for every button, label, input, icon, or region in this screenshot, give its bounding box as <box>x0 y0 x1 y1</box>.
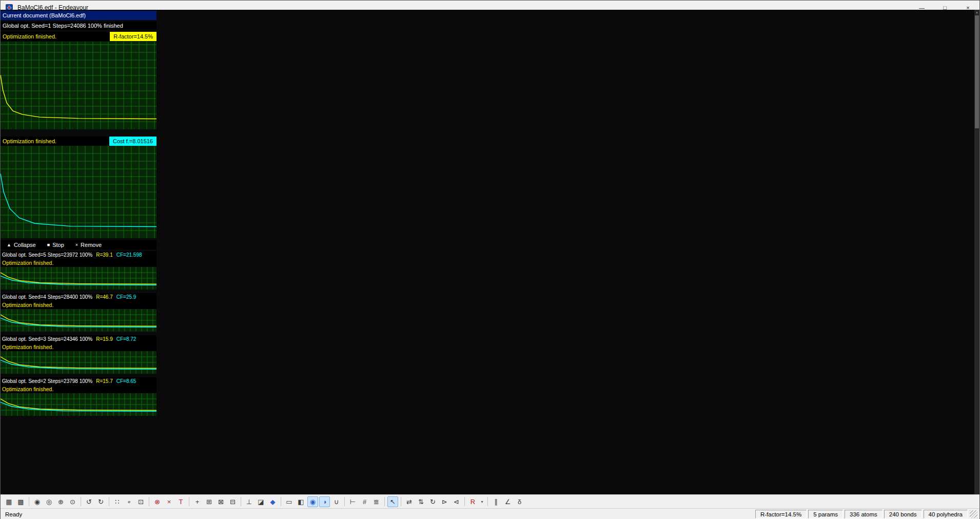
rotate-x-icon[interactable]: ⇄ <box>404 496 415 507</box>
toolbar-separator <box>29 497 29 506</box>
toolbar-separator <box>384 497 385 506</box>
r-factor-badge: R-factor=14.5% <box>110 32 156 41</box>
progress-panel-body: Current document (BaMoCl6.edf)Global opt… <box>1 10 979 518</box>
status-ready-text: Ready <box>3 511 22 517</box>
grid-toggle-icon[interactable]: # <box>359 496 370 507</box>
reduce-view-icon[interactable]: ⊟ <box>227 496 238 507</box>
job-r-value: R=15.9 <box>96 335 113 343</box>
measure-torsion-icon[interactable]: δ <box>514 496 525 507</box>
orbit-mode-icon[interactable]: ◎ <box>44 496 54 507</box>
progress-scrollbar[interactable]: ▲▼ <box>974 10 979 518</box>
current-document-bar: Current document (BaMoCl6.edf) <box>1 11 156 20</box>
progress-buttons-row: ▲Collapse■Stop×Remove <box>1 240 156 249</box>
job-cf-value: CF=8.65 <box>116 377 136 386</box>
cost-function-badge: Cost f.=8.01516 <box>109 137 156 146</box>
job-status-text: Optimization finished. <box>1 259 156 267</box>
stop-icon: ■ <box>47 242 50 247</box>
job-r-value: R=39.1 <box>96 251 113 259</box>
depth-cue-icon[interactable]: ◆ <box>267 496 278 507</box>
toolbar-separator <box>81 497 81 506</box>
status-segment: R-factor=14.5% <box>755 510 807 518</box>
toolbar-separator <box>344 497 345 506</box>
r-factor-progress-chart <box>1 42 156 129</box>
job-status-text: Optimization finished. <box>1 343 156 351</box>
toolbar-separator <box>487 497 488 506</box>
remove-button[interactable]: ×Remove <box>75 242 102 248</box>
toolbar-separator <box>109 497 109 506</box>
rotate-right-icon[interactable]: ↻ <box>95 496 106 507</box>
status-segment: 240 bonds <box>884 510 922 518</box>
tile-windows-icon[interactable]: ⊞ <box>204 496 214 507</box>
axes-toggle-icon[interactable]: ⊥ <box>244 496 254 507</box>
scroll-up-icon[interactable]: ▲ <box>974 10 979 15</box>
layers-icon[interactable]: ≣ <box>371 496 382 507</box>
job-mini-chart <box>1 309 156 332</box>
r-factor-display-icon[interactable]: R <box>467 496 478 507</box>
collapse-button[interactable]: ▲Collapse <box>7 242 36 248</box>
toolbar-separator <box>241 497 241 506</box>
job-cf-value: CF=21.598 <box>116 251 142 259</box>
job-cf-value: CF=8.72 <box>116 335 136 343</box>
job-mini-chart <box>1 267 156 290</box>
expand-view-icon[interactable]: ⊠ <box>215 496 226 507</box>
rotate-left-icon[interactable]: ↺ <box>84 496 94 507</box>
show-unit-cell-icon[interactable]: ▦ <box>4 496 14 507</box>
axis-system-icon[interactable]: ⊢ <box>347 496 358 507</box>
half-sphere-style-icon[interactable]: ◑ <box>319 496 330 507</box>
plane-toggle-icon[interactable]: ◪ <box>256 496 266 507</box>
select-pointer-icon[interactable]: ↖ <box>387 496 398 507</box>
status-segment: 40 polyhedra <box>924 510 968 518</box>
zoom-in-icon[interactable]: ⊳ <box>439 496 450 507</box>
structure-solution-progress-panel: Structure Solution Progress × Current do… <box>1 1 163 453</box>
status-bar: Ready R-factor=14.5%5 params336 atoms240… <box>1 508 979 519</box>
lock-positions-icon[interactable]: ◉ <box>32 496 43 507</box>
structure-toolbar: ▦▩◉◎⊕⊙↺↻∷∘⊡⊗×T+⊞⊠⊟⊥◪◆▭◧◉◑∪⊢#≣↖⇄⇅↻⊳⊲R▾∥∠δ <box>1 494 979 508</box>
shade-style-icon[interactable]: ◧ <box>296 496 306 507</box>
application-window: BaMoCl6.edf - Endeavour — □ × FileEditVi… <box>0 0 980 519</box>
job-mini-chart <box>1 351 156 374</box>
add-atom-icon[interactable]: ⊕ <box>55 496 66 507</box>
remove-atom-icon[interactable]: ⊗ <box>152 496 163 507</box>
cost-function-progress-chart <box>1 146 156 238</box>
cage-view-icon[interactable]: ⊡ <box>135 496 146 507</box>
molecule-view-icon[interactable]: ∘ <box>124 496 134 507</box>
optimization-status-text: Optimization finished. <box>1 32 110 41</box>
stop-button[interactable]: ■Stop <box>47 242 64 248</box>
text-label-icon[interactable]: T <box>175 496 186 507</box>
delete-selection-icon[interactable]: × <box>164 496 174 507</box>
move-tool-icon[interactable]: + <box>192 496 203 507</box>
job-r-value: R=46.7 <box>96 293 113 301</box>
r-factor-options-arrow-icon[interactable]: ▾ <box>479 496 485 507</box>
status-segment: 5 params <box>808 510 843 518</box>
job-status-text: Optimization finished. <box>1 386 156 393</box>
toolbar-separator <box>401 497 401 506</box>
bond-arcs-icon[interactable]: ∪ <box>331 496 342 507</box>
measure-angle-icon[interactable]: ∠ <box>502 496 513 507</box>
remove-icon: × <box>75 242 78 247</box>
rotate-z-icon[interactable]: ↻ <box>427 496 438 507</box>
job-cf-value: CF=25.9 <box>116 293 136 301</box>
optimization-status-text: Optimization finished. <box>1 137 109 146</box>
zoom-out-icon[interactable]: ⊲ <box>451 496 462 507</box>
sphere-style-icon[interactable]: ◉ <box>307 496 318 507</box>
job-mini-chart <box>1 393 156 416</box>
job-status-text: Optimization finished. <box>1 301 156 309</box>
measure-distance-icon[interactable]: ∥ <box>491 496 501 507</box>
cost-status-row: Optimization finished.Cost f.=8.01516 <box>1 137 156 146</box>
job-header: Global opt. Seed=3 Steps=24346 100%R=15.… <box>1 335 156 343</box>
wire-frame-icon[interactable]: ▭ <box>284 496 295 507</box>
main-job-header: Global opt. Seed=1 Steps=24086 100% fini… <box>1 22 156 30</box>
scrollbar-thumb[interactable] <box>975 15 979 128</box>
toolbar-separator <box>149 497 149 506</box>
toolbar-separator <box>464 497 465 506</box>
rotate-y-icon[interactable]: ⇅ <box>416 496 426 507</box>
cluster-view-icon[interactable]: ∷ <box>112 496 123 507</box>
center-structure-icon[interactable]: ⊙ <box>67 496 78 507</box>
toolbar-separator <box>189 497 189 506</box>
status-segment: 336 atoms <box>845 510 883 518</box>
job-header: Global opt. Seed=4 Steps=28400 100%R=46.… <box>1 293 156 301</box>
resize-grip[interactable] <box>970 510 977 518</box>
job-header: Global opt. Seed=5 Steps=23972 100%R=39.… <box>1 251 156 259</box>
show-packing-icon[interactable]: ▩ <box>15 496 26 507</box>
toolbar-separator <box>281 497 281 506</box>
